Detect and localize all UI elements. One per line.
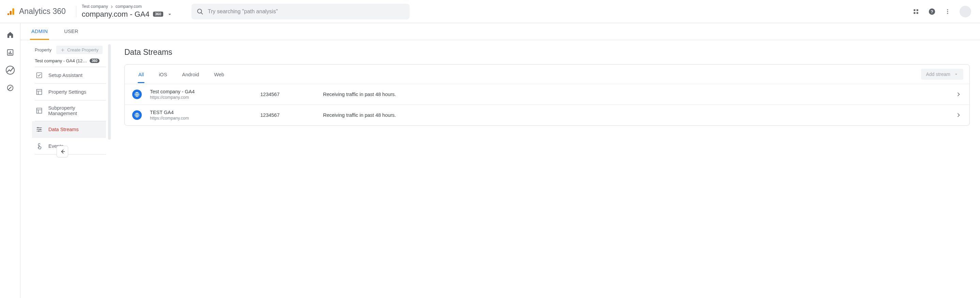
breadcrumb: Test company company.com (82, 5, 184, 9)
layout-icon (35, 89, 43, 95)
help-icon[interactable]: ? (928, 8, 936, 15)
stream-tab-ios[interactable]: iOS (151, 66, 175, 83)
sidebar-item-setup-assistant[interactable]: Setup Assistant (35, 67, 106, 84)
svg-rect-0 (12, 8, 14, 15)
stream-status: Receiving traffic in past 48 hours. (323, 92, 947, 97)
tab-admin[interactable]: ADMIN (30, 24, 49, 40)
globe-icon (132, 110, 142, 120)
add-stream-label: Add stream (926, 71, 950, 77)
create-property-button[interactable]: Create Property (56, 46, 103, 54)
svg-rect-4 (913, 9, 915, 11)
sidebar-item-label: Data Streams (48, 127, 79, 132)
scrollbar[interactable] (108, 44, 111, 139)
tap-icon (35, 143, 43, 149)
sidebar-item-subproperty-management[interactable]: Subproperty Management (35, 100, 106, 121)
breadcrumb-property: company.com (116, 5, 142, 9)
caret-down-icon (954, 72, 959, 77)
stream-row[interactable]: Test company - GA4https://company.com123… (125, 84, 969, 105)
stream-id: 1234567 (260, 113, 315, 118)
stream-status: Receiving traffic in past 48 hours. (323, 113, 947, 118)
stream-id: 1234567 (260, 92, 315, 97)
svg-rect-23 (40, 129, 41, 130)
svg-point-12 (947, 13, 948, 14)
back-button[interactable] (57, 146, 68, 157)
svg-point-2 (8, 13, 9, 15)
svg-rect-22 (38, 127, 38, 128)
streams-card: AlliOSAndroidWeb Add stream Test company… (124, 64, 970, 126)
stream-name: TEST GA4 (150, 110, 252, 115)
tab-user[interactable]: USER (63, 24, 80, 40)
sidebar-item-property-settings[interactable]: Property Settings (35, 84, 106, 100)
svg-rect-14 (8, 52, 9, 54)
avatar[interactable] (959, 6, 971, 17)
property-section-label: Property (35, 48, 51, 52)
more-icon[interactable] (945, 8, 951, 15)
sliders-icon (35, 126, 43, 133)
search-icon (196, 8, 204, 15)
stream-tab-web[interactable]: Web (207, 66, 232, 83)
sidebar-item-label: Property Settings (48, 89, 86, 95)
svg-text:?: ? (931, 9, 933, 14)
badge-360: 360 (90, 59, 100, 63)
apps-icon[interactable] (913, 8, 920, 15)
divider (76, 6, 76, 17)
svg-rect-1 (10, 11, 11, 15)
stream-name: Test company - GA4 (150, 89, 252, 94)
breadcrumb-account: Test company (82, 5, 108, 9)
picker-title: company.com - GA4 (82, 10, 150, 19)
sidebar-item-data-streams[interactable]: Data Streams (32, 121, 106, 138)
search-input[interactable] (208, 8, 405, 15)
selected-property[interactable]: Test company - GA4 (12… 360 (35, 58, 106, 63)
sidebar-item-events[interactable]: Events (35, 138, 106, 155)
svg-rect-6 (913, 12, 915, 14)
svg-rect-5 (916, 9, 918, 11)
svg-rect-24 (38, 130, 40, 132)
svg-rect-20 (37, 90, 42, 95)
stream-url: https://company.com (150, 116, 252, 120)
svg-rect-15 (10, 51, 11, 54)
property-picker[interactable]: Test company company.com company.com - G… (82, 5, 184, 19)
nav-rail (0, 23, 21, 298)
svg-point-10 (947, 9, 948, 10)
layout-icon (35, 107, 43, 114)
explore-icon[interactable] (6, 66, 14, 74)
advertising-icon[interactable] (6, 84, 14, 92)
home-icon[interactable] (6, 31, 14, 39)
sidebar-item-label: Setup Assistant (48, 73, 83, 78)
product-name: Analytics 360 (19, 7, 66, 16)
svg-point-11 (947, 11, 948, 12)
reports-icon[interactable] (6, 48, 14, 57)
stream-row[interactable]: TEST GA4https://company.com1234567Receiv… (125, 105, 969, 125)
stream-tab-all[interactable]: All (131, 66, 151, 83)
page-title: Data Streams (124, 48, 970, 57)
plus-icon (60, 48, 65, 52)
sidebar-item-label: Subproperty Management (48, 105, 104, 116)
check-square-icon (35, 72, 43, 79)
chevron-right-icon (110, 5, 114, 9)
analytics-logo-icon (7, 7, 16, 16)
svg-rect-7 (916, 12, 918, 14)
stream-tab-android[interactable]: Android (175, 66, 207, 83)
search-bar[interactable] (191, 4, 410, 19)
stream-url: https://company.com (150, 95, 252, 100)
create-property-label: Create Property (67, 48, 99, 52)
badge-360: 360 (153, 11, 163, 17)
svg-rect-16 (11, 53, 11, 54)
globe-icon (132, 90, 142, 99)
caret-down-icon[interactable] (167, 11, 173, 17)
chevron-right-icon (955, 112, 962, 119)
selected-property-label: Test company - GA4 (12… (35, 58, 87, 63)
add-stream-button[interactable]: Add stream (921, 69, 963, 80)
chevron-right-icon (955, 91, 962, 98)
svg-rect-21 (37, 108, 41, 113)
